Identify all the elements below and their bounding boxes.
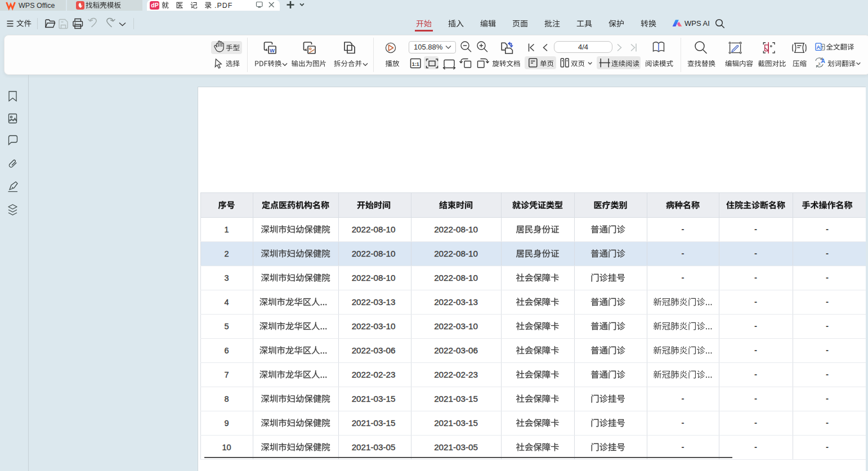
svg-text:-: - [826,418,829,427]
svg-text:2021-03-15: 2021-03-15 [352,418,396,428]
svg-text:2022-08-10: 2022-08-10 [352,249,396,258]
svg-text:-: - [826,272,829,282]
svg-text:2022-08-10: 2022-08-10 [352,273,396,282]
svg-text:2021-03-15: 2021-03-15 [352,394,396,403]
svg-text:-: - [826,224,829,234]
svg-text:-: - [754,442,757,451]
svg-text:-: - [754,248,757,258]
svg-text:WPS AI: WPS AI [684,19,710,28]
svg-text:-: - [682,272,684,282]
svg-text:-: - [754,297,757,306]
svg-text:A: A [821,58,825,64]
svg-text:2021-03-15: 2021-03-15 [434,418,478,428]
svg-text:-: - [826,297,829,306]
svg-text:2021-03-05: 2021-03-05 [352,442,396,452]
svg-text:-: - [826,369,829,379]
svg-text:-: - [826,393,829,403]
svg-text:2021-03-05: 2021-03-05 [434,442,478,452]
svg-text:-: - [754,345,757,355]
svg-text:7: 7 [224,370,229,379]
svg-text:2022-08-10: 2022-08-10 [434,273,478,282]
svg-text:-: - [754,224,757,234]
svg-text:2022-02-23: 2022-02-23 [434,370,478,379]
svg-text:-: - [754,369,757,379]
svg-text:-: - [826,442,829,451]
svg-text:-: - [754,393,757,403]
svg-text:1: 1 [224,225,229,234]
svg-text:2022-03-06: 2022-03-06 [352,346,396,355]
svg-text:W: W [270,47,275,53]
svg-text:-: - [826,248,829,258]
svg-text:9: 9 [224,419,229,428]
svg-text:-: - [682,248,684,258]
svg-text:2022-08-10: 2022-08-10 [352,225,396,234]
svg-text:-: - [682,393,684,403]
svg-text:1:1: 1:1 [412,61,419,67]
svg-text:-: - [754,272,757,282]
svg-text:-: - [682,224,684,234]
svg-text:105.88%: 105.88% [414,43,443,51]
svg-text:2022-08-10: 2022-08-10 [434,249,478,258]
svg-text:WPS Office: WPS Office [19,2,55,10]
svg-text:2021-03-15: 2021-03-15 [434,394,478,403]
svg-text:2022-02-23: 2022-02-23 [352,370,396,379]
svg-text:2022-03-06: 2022-03-06 [434,346,478,355]
svg-text:2022-03-13: 2022-03-13 [434,297,478,307]
svg-text:dP: dP [151,2,158,8]
svg-text:4: 4 [224,298,229,307]
svg-text:-: - [826,345,829,355]
svg-text:A: A [816,44,820,50]
svg-text:5: 5 [224,322,229,331]
svg-text:-: - [682,442,684,451]
svg-text:2: 2 [224,249,229,258]
svg-text:4/4: 4/4 [578,43,588,51]
svg-text:-: - [826,321,829,330]
svg-text:2022-08-10: 2022-08-10 [434,225,478,234]
svg-text:2022-03-10: 2022-03-10 [434,321,478,331]
svg-text:-: - [754,321,757,330]
svg-text:10: 10 [222,443,231,452]
svg-text:3: 3 [224,273,229,282]
svg-text:-: - [682,418,684,427]
svg-text:2022-03-10: 2022-03-10 [352,321,396,331]
svg-text:8: 8 [224,394,229,403]
svg-text:-: - [754,418,757,427]
svg-text:.PDF: .PDF [214,2,232,10]
svg-text:6: 6 [224,346,229,355]
svg-text:2022-03-13: 2022-03-13 [352,297,396,307]
